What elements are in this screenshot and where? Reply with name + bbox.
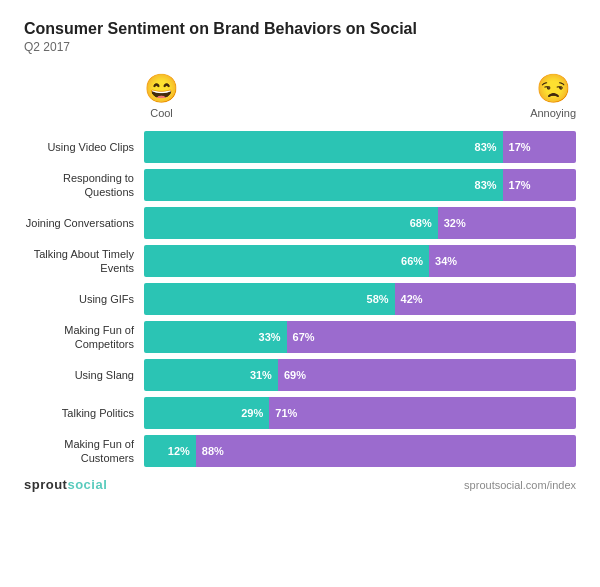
- bar-annoying: 42%: [395, 283, 576, 315]
- cool-label: Cool: [150, 107, 173, 119]
- bar-annoying: 32%: [438, 207, 576, 239]
- bar-cool: 66%: [144, 245, 429, 277]
- chart-row: Talking Politics29%71%: [24, 397, 576, 429]
- chart-header: 😄 Cool 😒 Annoying: [24, 72, 576, 123]
- row-label: Talking About Timely Events: [24, 247, 144, 276]
- brand-name-2: social: [67, 477, 107, 492]
- bar-container: 12%88%: [144, 435, 576, 467]
- bar-annoying: 69%: [278, 359, 576, 391]
- row-label: Making Fun of Competitors: [24, 323, 144, 352]
- cool-emoji: 😄: [144, 72, 179, 105]
- bar-annoying: 88%: [196, 435, 576, 467]
- chart-row: Using Video Clips83%17%: [24, 131, 576, 163]
- row-label: Joining Conversations: [24, 216, 144, 230]
- page-container: Consumer Sentiment on Brand Behaviors on…: [24, 20, 576, 492]
- chart-row: Talking About Timely Events66%34%: [24, 245, 576, 277]
- bar-cool: 29%: [144, 397, 269, 429]
- bar-container: 66%34%: [144, 245, 576, 277]
- brand-logo: sproutsocial: [24, 477, 107, 492]
- brand-url: sproutsocial.com/index: [464, 479, 576, 491]
- annoying-label: Annoying: [530, 107, 576, 119]
- bar-container: 33%67%: [144, 321, 576, 353]
- annoying-emoji: 😒: [536, 72, 571, 105]
- bar-cool: 58%: [144, 283, 395, 315]
- bar-container: 83%17%: [144, 131, 576, 163]
- chart-rows: Using Video Clips83%17%Responding to Que…: [24, 131, 576, 467]
- row-label: Using Slang: [24, 368, 144, 382]
- bar-container: 29%71%: [144, 397, 576, 429]
- bar-container: 83%17%: [144, 169, 576, 201]
- bar-annoying: 67%: [287, 321, 576, 353]
- bar-annoying: 17%: [503, 131, 576, 163]
- chart-row: Making Fun of Customers12%88%: [24, 435, 576, 467]
- brand-name: sprout: [24, 477, 67, 492]
- row-label: Making Fun of Customers: [24, 437, 144, 466]
- bar-annoying: 71%: [269, 397, 576, 429]
- footer: sproutsocial sproutsocial.com/index: [24, 477, 576, 492]
- cool-header: 😄 Cool: [144, 72, 179, 119]
- bar-cool: 12%: [144, 435, 196, 467]
- bar-container: 58%42%: [144, 283, 576, 315]
- row-label: Talking Politics: [24, 406, 144, 420]
- bar-cool: 31%: [144, 359, 278, 391]
- chart-subtitle: Q2 2017: [24, 40, 576, 54]
- bar-cool: 68%: [144, 207, 438, 239]
- chart-row: Responding to Questions83%17%: [24, 169, 576, 201]
- chart-row: Using GIFs58%42%: [24, 283, 576, 315]
- chart-row: Making Fun of Competitors33%67%: [24, 321, 576, 353]
- row-label: Responding to Questions: [24, 171, 144, 200]
- bar-container: 68%32%: [144, 207, 576, 239]
- bar-container: 31%69%: [144, 359, 576, 391]
- chart-title: Consumer Sentiment on Brand Behaviors on…: [24, 20, 576, 38]
- bar-cool: 33%: [144, 321, 287, 353]
- row-label: Using GIFs: [24, 292, 144, 306]
- bar-cool: 83%: [144, 131, 503, 163]
- row-label: Using Video Clips: [24, 140, 144, 154]
- bar-annoying: 34%: [429, 245, 576, 277]
- chart-row: Using Slang31%69%: [24, 359, 576, 391]
- annoying-header: 😒 Annoying: [530, 72, 576, 119]
- bar-annoying: 17%: [503, 169, 576, 201]
- chart-row: Joining Conversations68%32%: [24, 207, 576, 239]
- bar-cool: 83%: [144, 169, 503, 201]
